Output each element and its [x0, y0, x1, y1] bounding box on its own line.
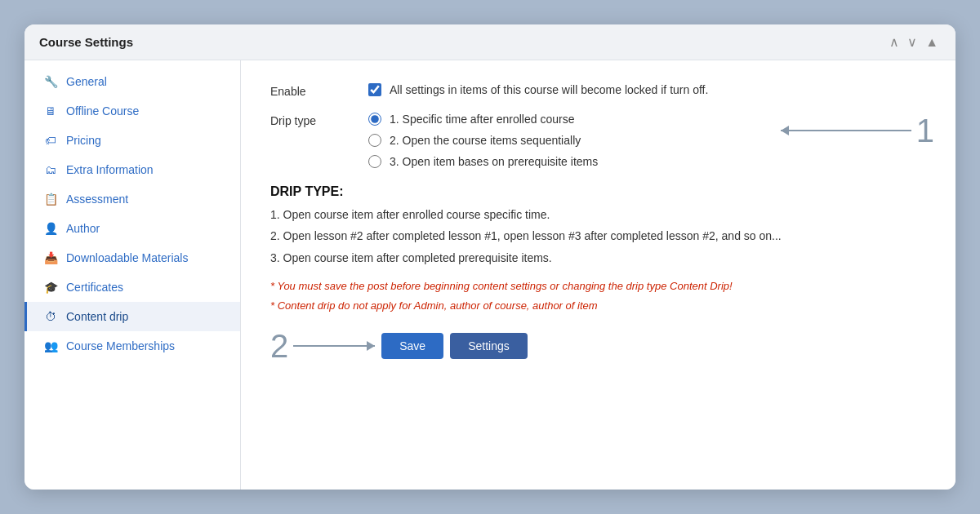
radio-label-1: 1. Specific time after enrolled course [390, 113, 574, 126]
sidebar-item-label-certificates: Certificates [66, 281, 123, 294]
enable-checkbox-label: All settings in items of this course wil… [390, 83, 708, 96]
warning-text-1: * You must save the post before beginnin… [270, 278, 926, 295]
enable-checkbox-row: All settings in items of this course wil… [368, 83, 926, 96]
arrowhead-right [367, 341, 375, 351]
warning-text-2: * Content drip do not apply for Admin, a… [270, 298, 926, 314]
content-drip-icon: ⏱ [43, 310, 58, 323]
offline-course-icon: 🖥 [43, 104, 58, 117]
drip-desc-2: 2. Open lesson #2 after completed lesson… [270, 227, 926, 245]
radio-row-3: 3. Open item bases on prerequisite items [368, 155, 926, 168]
sidebar-item-label-author: Author [66, 222, 100, 235]
arrow-line-2 [293, 345, 375, 347]
window-controls: ∧ ∨ ▲ [887, 34, 941, 50]
certificates-icon: 🎓 [43, 281, 58, 294]
enable-field-content: All settings in items of this course wil… [368, 83, 926, 96]
drip-type-section: DRIP TYPE: 1. Open course item after enr… [270, 184, 926, 313]
button-annotation-row: 2 Save Settings [270, 330, 926, 362]
window-title: Course Settings [39, 35, 133, 49]
sidebar-item-extra-information[interactable]: 🗂Extra Information [24, 155, 240, 184]
sidebar-item-label-downloadable-materials: Downloadable Materials [66, 251, 188, 264]
drip-type-label: Drip type [270, 113, 368, 127]
collapse-btn[interactable]: ∧ [887, 34, 902, 50]
sidebar-item-certificates[interactable]: 🎓Certificates [24, 273, 240, 302]
sidebar-item-label-course-memberships: Course Memberships [66, 339, 175, 352]
title-bar: Course Settings ∧ ∨ ▲ [24, 24, 956, 60]
radio-label-2: 2. Open the course items sequentially [390, 134, 581, 147]
radio-label-3: 3. Open item bases on prerequisite items [390, 155, 598, 168]
sidebar-item-label-offline-course: Offline Course [66, 104, 139, 117]
sidebar-item-label-content-drip: Content drip [66, 310, 128, 323]
author-icon: 👤 [43, 222, 58, 235]
sidebar-item-label-extra-information: Extra Information [66, 163, 154, 176]
sidebar-item-course-memberships[interactable]: 👥Course Memberships [24, 331, 240, 361]
pricing-icon: 🏷 [43, 134, 58, 147]
sidebar-item-label-assessment: Assessment [66, 193, 128, 206]
settings-button[interactable]: Settings [450, 333, 528, 359]
sidebar-item-assessment[interactable]: 📋Assessment [24, 184, 240, 214]
general-icon: 🔧 [43, 75, 58, 88]
assessment-icon: 📋 [43, 193, 58, 206]
sidebar-item-offline-course[interactable]: 🖥Offline Course [24, 96, 240, 126]
save-button[interactable]: Save [381, 333, 443, 359]
drip-desc-1: 1. Open course item after enrolled cours… [270, 206, 926, 224]
content-area: Enable All settings in items of this cou… [241, 60, 956, 490]
enable-row: Enable All settings in items of this cou… [270, 83, 926, 98]
annotation-number-2: 2 [270, 330, 288, 362]
radio-drip-1[interactable] [368, 113, 381, 126]
fullscreen-btn[interactable]: ▲ [923, 35, 941, 50]
radio-drip-3[interactable] [368, 155, 381, 168]
main-layout: 🔧General🖥Offline Course🏷Pricing🗂Extra In… [24, 60, 956, 490]
enable-checkbox[interactable] [368, 83, 381, 96]
radio-drip-2[interactable] [368, 134, 381, 147]
sidebar: 🔧General🖥Offline Course🏷Pricing🗂Extra In… [24, 60, 241, 490]
sidebar-item-pricing[interactable]: 🏷Pricing [24, 126, 240, 155]
drip-type-row: Drip type 1. Specific time after enrolle… [270, 113, 926, 168]
expand-btn[interactable]: ∨ [905, 34, 920, 50]
sidebar-item-general[interactable]: 🔧General [24, 67, 240, 96]
sidebar-item-content-drip[interactable]: ⏱Content drip [24, 302, 240, 331]
annotation-number-1: 1 [916, 114, 934, 147]
course-memberships-icon: 👥 [43, 339, 58, 352]
sidebar-item-label-general: General [66, 75, 107, 88]
arrow-line-1 [781, 130, 911, 131]
annotation-1: 1 [781, 114, 934, 147]
arrowhead-left [781, 126, 789, 135]
extra-information-icon: 🗂 [43, 163, 58, 176]
sidebar-item-author[interactable]: 👤Author [24, 214, 240, 243]
sidebar-item-label-pricing: Pricing [66, 134, 101, 147]
drip-desc-3: 3. Open course item after completed prer… [270, 249, 926, 267]
sidebar-item-downloadable-materials[interactable]: 📥Downloadable Materials [24, 243, 240, 273]
drip-type-heading: DRIP TYPE: [270, 184, 926, 199]
course-settings-window: Course Settings ∧ ∨ ▲ 🔧General🖥Offline C… [24, 24, 956, 490]
enable-label: Enable [270, 83, 368, 98]
downloadable-materials-icon: 📥 [43, 251, 58, 264]
